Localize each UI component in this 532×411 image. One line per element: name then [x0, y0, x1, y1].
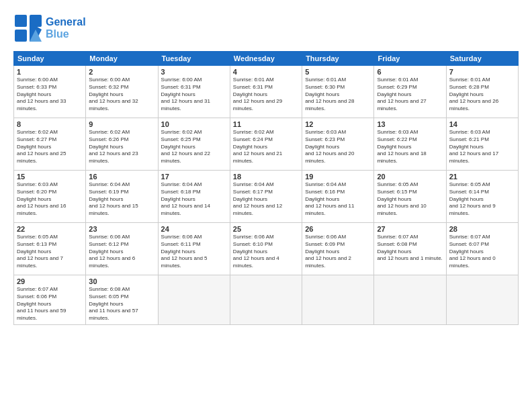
day-number: 2 — [89, 68, 154, 76]
day-info: Sunrise: 6:01 AMSunset: 6:28 PMDaylight … — [449, 77, 515, 113]
logo-text-blue: Blue — [46, 28, 86, 40]
week-row-5: 29Sunrise: 6:07 AMSunset: 6:06 PMDayligh… — [14, 275, 519, 325]
day-info: Sunrise: 6:06 AMSunset: 6:12 PMDaylight … — [89, 234, 154, 270]
day-cell-18: 18Sunrise: 6:04 AMSunset: 6:17 PMDayligh… — [230, 171, 302, 223]
day-number: 12 — [305, 120, 371, 128]
day-cell-22: 22Sunrise: 6:05 AMSunset: 6:13 PMDayligh… — [14, 223, 86, 275]
day-info: Sunrise: 6:01 AMSunset: 6:30 PMDaylight … — [305, 77, 371, 113]
day-info: Sunrise: 6:02 AMSunset: 6:26 PMDaylight … — [89, 129, 154, 165]
day-info: Sunrise: 6:04 AMSunset: 6:19 PMDaylight … — [89, 181, 154, 218]
day-number: 7 — [449, 68, 515, 76]
day-cell-20: 20Sunrise: 6:05 AMSunset: 6:15 PMDayligh… — [374, 171, 446, 223]
day-cell-26: 26Sunrise: 6:06 AMSunset: 6:09 PMDayligh… — [302, 223, 374, 275]
svg-rect-2 — [15, 30, 27, 42]
day-number: 16 — [89, 173, 154, 181]
logo-text-general: General — [46, 16, 86, 28]
day-number: 23 — [89, 225, 154, 233]
week-row-2: 8Sunrise: 6:02 AMSunset: 6:27 PMDaylight… — [14, 118, 519, 171]
calendar-table: SundayMondayTuesdayWednesdayThursdayFrid… — [13, 51, 519, 325]
day-number: 10 — [161, 120, 227, 128]
day-number: 3 — [161, 68, 227, 76]
day-cell-23: 23Sunrise: 6:06 AMSunset: 6:12 PMDayligh… — [86, 223, 158, 275]
day-cell-5: 5Sunrise: 6:01 AMSunset: 6:30 PMDaylight… — [302, 66, 374, 118]
day-number: 22 — [17, 225, 83, 233]
day-number: 19 — [305, 173, 371, 181]
day-number: 1 — [17, 68, 83, 76]
day-cell-12: 12Sunrise: 6:03 AMSunset: 6:23 PMDayligh… — [302, 118, 374, 171]
day-info: Sunrise: 6:01 AMSunset: 6:29 PMDaylight … — [377, 77, 443, 113]
empty-cell — [446, 275, 518, 325]
empty-cell — [158, 275, 230, 325]
day-info: Sunrise: 6:06 AMSunset: 6:09 PMDaylight … — [305, 234, 371, 270]
day-number: 30 — [89, 277, 154, 285]
day-info: Sunrise: 6:07 AMSunset: 6:07 PMDaylight … — [449, 234, 515, 270]
day-info: Sunrise: 6:03 AMSunset: 6:22 PMDaylight … — [377, 129, 443, 165]
day-cell-1: 1Sunrise: 6:00 AMSunset: 6:33 PMDaylight… — [14, 66, 86, 118]
day-number: 9 — [89, 120, 154, 128]
day-cell-17: 17Sunrise: 6:04 AMSunset: 6:18 PMDayligh… — [158, 171, 230, 223]
day-info: Sunrise: 6:00 AMSunset: 6:32 PMDaylight … — [89, 77, 154, 113]
day-info: Sunrise: 6:07 AMSunset: 6:08 PMDaylight … — [377, 234, 443, 263]
empty-cell — [374, 275, 446, 325]
day-info: Sunrise: 6:05 AMSunset: 6:14 PMDaylight … — [449, 181, 515, 218]
day-number: 17 — [161, 173, 227, 181]
day-number: 24 — [161, 225, 227, 233]
day-info: Sunrise: 6:03 AMSunset: 6:23 PMDaylight … — [305, 129, 371, 165]
day-number: 4 — [233, 68, 299, 76]
day-info: Sunrise: 6:02 AMSunset: 6:25 PMDaylight … — [161, 129, 227, 165]
day-cell-19: 19Sunrise: 6:04 AMSunset: 6:16 PMDayligh… — [302, 171, 374, 223]
week-row-4: 22Sunrise: 6:05 AMSunset: 6:13 PMDayligh… — [14, 223, 519, 275]
day-number: 18 — [233, 173, 299, 181]
day-info: Sunrise: 6:07 AMSunset: 6:06 PMDaylight … — [17, 286, 83, 322]
day-number: 20 — [377, 173, 443, 181]
day-cell-21: 21Sunrise: 6:05 AMSunset: 6:14 PMDayligh… — [446, 171, 518, 223]
day-info: Sunrise: 6:03 AMSunset: 6:20 PMDaylight … — [17, 181, 83, 218]
day-number: 11 — [233, 120, 299, 128]
weekday-thursday: Thursday — [302, 52, 374, 66]
day-info: Sunrise: 6:02 AMSunset: 6:27 PMDaylight … — [17, 129, 83, 165]
header: General Blue — [13, 13, 519, 43]
weekday-tuesday: Tuesday — [158, 52, 230, 66]
week-row-3: 15Sunrise: 6:03 AMSunset: 6:20 PMDayligh… — [14, 171, 519, 223]
empty-cell — [230, 275, 302, 325]
day-info: Sunrise: 6:04 AMSunset: 6:16 PMDaylight … — [305, 181, 371, 218]
day-number: 28 — [449, 225, 515, 233]
day-cell-11: 11Sunrise: 6:02 AMSunset: 6:24 PMDayligh… — [230, 118, 302, 171]
day-cell-6: 6Sunrise: 6:01 AMSunset: 6:29 PMDaylight… — [374, 66, 446, 118]
day-number: 25 — [233, 225, 299, 233]
day-info: Sunrise: 6:08 AMSunset: 6:05 PMDaylight … — [89, 286, 154, 322]
day-cell-8: 8Sunrise: 6:02 AMSunset: 6:27 PMDaylight… — [14, 118, 86, 171]
day-number: 5 — [305, 68, 371, 76]
day-cell-28: 28Sunrise: 6:07 AMSunset: 6:07 PMDayligh… — [446, 223, 518, 275]
day-info: Sunrise: 6:02 AMSunset: 6:24 PMDaylight … — [233, 129, 299, 165]
day-number: 29 — [17, 277, 83, 285]
day-number: 13 — [377, 120, 443, 128]
day-number: 14 — [449, 120, 515, 128]
day-cell-3: 3Sunrise: 6:00 AMSunset: 6:31 PMDaylight… — [158, 66, 230, 118]
day-info: Sunrise: 6:05 AMSunset: 6:13 PMDaylight … — [17, 234, 83, 270]
day-cell-24: 24Sunrise: 6:06 AMSunset: 6:11 PMDayligh… — [158, 223, 230, 275]
day-info: Sunrise: 6:06 AMSunset: 6:10 PMDaylight … — [233, 234, 299, 270]
day-info: Sunrise: 6:05 AMSunset: 6:15 PMDaylight … — [377, 181, 443, 218]
day-cell-10: 10Sunrise: 6:02 AMSunset: 6:25 PMDayligh… — [158, 118, 230, 171]
day-cell-13: 13Sunrise: 6:03 AMSunset: 6:22 PMDayligh… — [374, 118, 446, 171]
week-row-1: 1Sunrise: 6:00 AMSunset: 6:33 PMDaylight… — [14, 66, 519, 118]
day-cell-27: 27Sunrise: 6:07 AMSunset: 6:08 PMDayligh… — [374, 223, 446, 275]
day-number: 21 — [449, 173, 515, 181]
weekday-wednesday: Wednesday — [230, 52, 302, 66]
day-info: Sunrise: 6:04 AMSunset: 6:17 PMDaylight … — [233, 181, 299, 218]
calendar-page: General Blue SundayMondayTuesdayWednesda… — [0, 0, 532, 411]
day-cell-14: 14Sunrise: 6:03 AMSunset: 6:21 PMDayligh… — [446, 118, 518, 171]
day-number: 8 — [17, 120, 83, 128]
day-cell-7: 7Sunrise: 6:01 AMSunset: 6:28 PMDaylight… — [446, 66, 518, 118]
day-info: Sunrise: 6:00 AMSunset: 6:31 PMDaylight … — [161, 77, 227, 113]
weekday-friday: Friday — [374, 52, 446, 66]
day-cell-4: 4Sunrise: 6:01 AMSunset: 6:31 PMDaylight… — [230, 66, 302, 118]
day-info: Sunrise: 6:01 AMSunset: 6:31 PMDaylight … — [233, 77, 299, 113]
day-info: Sunrise: 6:06 AMSunset: 6:11 PMDaylight … — [161, 234, 227, 270]
day-number: 15 — [17, 173, 83, 181]
day-cell-2: 2Sunrise: 6:00 AMSunset: 6:32 PMDaylight… — [86, 66, 158, 118]
weekday-monday: Monday — [86, 52, 158, 66]
weekday-saturday: Saturday — [446, 52, 518, 66]
day-number: 26 — [305, 225, 371, 233]
